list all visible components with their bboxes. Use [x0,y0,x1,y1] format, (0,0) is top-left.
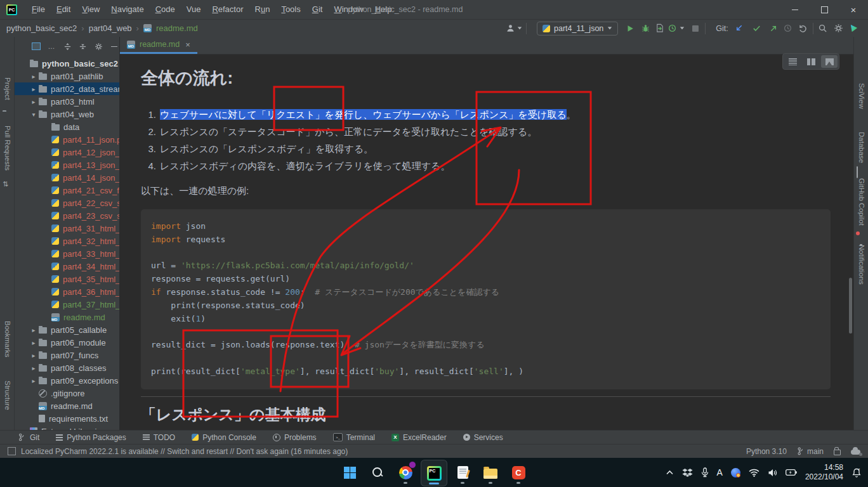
update-project-button[interactable] [733,22,745,35]
tree-item-part04_web[interactable]: ▾part04_web [15,108,119,120]
tray-volume-icon[interactable] [768,469,777,477]
tree-item-part4_12_json_file.py[interactable]: part4_12_json_file.py [15,146,119,159]
tree-item-python_basic_sec2[interactable]: python_basic_sec2D:¥pro [15,57,119,70]
run-configuration-select[interactable]: part4_11_json [537,22,618,36]
select-opened-file-button[interactable] [31,41,41,51]
breadcrumb-project[interactable]: python_basic_sec2 [6,23,77,33]
tray-chevron-up-icon[interactable] [666,470,674,476]
tree-arrow-icon[interactable]: ▸ [29,86,39,93]
tool-stripe-database[interactable]: Database [858,132,865,163]
taskbar-pycharm-button[interactable]: PC [421,460,447,486]
tree-item-part09_exceptions[interactable]: ▸part09_exceptions [15,374,119,387]
chevron-down-icon[interactable] [680,27,684,30]
tree-item-part03_html[interactable]: ▸part03_html [15,95,119,108]
tree-arrow-icon[interactable]: ▸ [29,339,39,346]
status-message[interactable]: Localized PyCharm 2022.2.1 is available … [21,447,348,456]
split-view-toggle[interactable] [803,55,819,68]
search-everywhere-button[interactable] [817,22,829,35]
tab-readme[interactable]: MD readme.md × [120,37,197,54]
menu-code[interactable]: Code [150,0,181,19]
tool-stripe-sciview[interactable]: SciView [858,83,865,109]
toolwindow-terminal[interactable]: >_Terminal [333,433,375,442]
tray-wifi-icon[interactable] [749,469,760,477]
stop-button[interactable] [690,22,701,35]
tool-stripe-github-copilot[interactable]: GitHub Copilot [858,178,865,226]
plugin-logo-button[interactable] [848,22,860,35]
tree-item-.gitignore[interactable]: .gitignore [15,387,119,399]
toolwindow-python-packages[interactable]: Python Packages [56,433,126,442]
tool-stripe-database-icon[interactable] [857,122,865,131]
maximize-button[interactable] [810,0,839,19]
toolwindow-excelreader[interactable]: XExcelReader [391,433,447,442]
tool-stripe-sciview-icon[interactable] [857,74,865,82]
taskbar-clock[interactable]: 14:58 2022/10/04 [805,463,843,482]
tree-item-part4_22_csv_split_line.py[interactable]: part4_22_csv_split_line.py [15,197,119,209]
tree-item-part01_pathlib[interactable]: ▸part01_pathlib [15,70,119,82]
profiler-button[interactable] [666,22,678,35]
preview-only-toggle[interactable] [821,55,838,68]
rollback-button[interactable] [798,22,809,35]
menu-refactor[interactable]: Refactor [206,0,249,19]
tool-stripe-notifications[interactable]: Notifications [858,245,865,285]
breadcrumb-folder[interactable]: part04_web [89,23,132,33]
tab-close-icon[interactable]: × [185,40,190,49]
toolwindow-problems[interactable]: Problems [273,433,317,442]
lock-icon[interactable] [834,450,841,455]
tree-item-requirements.txt[interactable]: requirements.txt [15,412,119,425]
tray-ime-a-icon[interactable]: A [717,467,723,477]
interpreter-widget[interactable]: Python 3.10 [746,447,787,456]
tree-item-part06_module[interactable]: ▸part06_module [15,336,119,349]
hide-panel-button[interactable] [109,41,119,51]
tool-stripe-structure[interactable]: Structure [4,380,11,410]
tool-stripe-pull-requests[interactable]: Pull Requests [4,126,11,171]
tool-stripe-structure-icon[interactable] [3,421,11,430]
menu-view[interactable]: View [76,0,105,19]
tree-item-ExternalLibraries[interactable]: External Libraries [15,425,119,430]
run-with-coverage-button[interactable] [654,22,665,35]
editor-only-toggle[interactable] [784,55,801,68]
notification-bell-button[interactable]: z [852,467,862,478]
tree-item-readme.md[interactable]: MDreadme.md [15,311,119,323]
panel-settings-button[interactable] [94,41,104,51]
toolwindow-services[interactable]: Services [463,433,503,442]
collapse-all-button[interactable] [78,41,88,51]
tree-item-part4_21_csv_file.py[interactable]: part4_21_csv_file.py [15,184,119,197]
tree-item-part4_14_json_list_file.py[interactable]: part4_14_json_list_file.py [15,171,119,184]
breadcrumb-file[interactable]: readme.md [156,23,198,33]
tree-item-data[interactable]: data [15,120,119,133]
tree-item-part4_33_html_id.py[interactable]: part4_33_html_id.py [15,247,119,260]
debug-button[interactable] [640,22,651,35]
expand-all-button[interactable] [62,41,72,51]
tree-item-part05_callable[interactable]: ▸part05_callable [15,323,119,336]
run-button[interactable] [624,22,636,35]
tree-item-part4_13_json_list.py[interactable]: part4_13_json_list.py [15,159,119,171]
push-button[interactable] [768,22,780,35]
tree-arrow-icon[interactable]: ▸ [29,73,39,80]
tree-arrow-icon[interactable]: ▸ [29,365,39,372]
menu-vue[interactable]: Vue [181,0,207,19]
taskbar-search-button[interactable] [365,460,390,485]
tool-stripe-project-icon[interactable] [3,112,11,120]
menu-run[interactable]: Run [249,0,276,19]
tree-item-part4_11_json.py[interactable]: part4_11_json.py [15,133,119,146]
tree-item-part4_35_html_tag_a.py[interactable]: part4_35_html_tag_a.py [15,273,119,285]
toolwindow-git[interactable]: Git [18,433,39,442]
menu-git[interactable]: Git [306,0,329,19]
history-button[interactable] [782,22,794,35]
tree-item-part4_23_csv_string.py[interactable]: part4_23_csv_string.py [15,209,119,222]
tray-dropbox-icon[interactable] [682,468,693,477]
tool-stripe-notifications-icon[interactable] [857,233,865,242]
tree-item-part4_37_html_file.py[interactable]: part4_37_html_file.py [15,298,119,311]
commit-button[interactable] [751,22,763,35]
tree-item-readme.md[interactable]: MDreadme.md [15,399,119,412]
tool-stripe-pull-requests-icon[interactable]: ⇅ [3,178,11,186]
tray-mic-icon[interactable] [701,467,709,477]
minimize-button[interactable] [780,0,810,19]
tool-stripe-project[interactable]: Project [4,77,11,100]
user-profile-button[interactable] [504,22,516,35]
taskbar-explorer-button[interactable] [478,460,503,485]
tree-item-part4_34_html_class.py[interactable]: part4_34_html_class.py [15,260,119,273]
tree-item-part08_classes[interactable]: ▸part08_classes [15,361,119,374]
tray-battery-icon[interactable] [786,469,797,476]
tree-item-part07_funcs[interactable]: ▸part07_funcs [15,349,119,361]
